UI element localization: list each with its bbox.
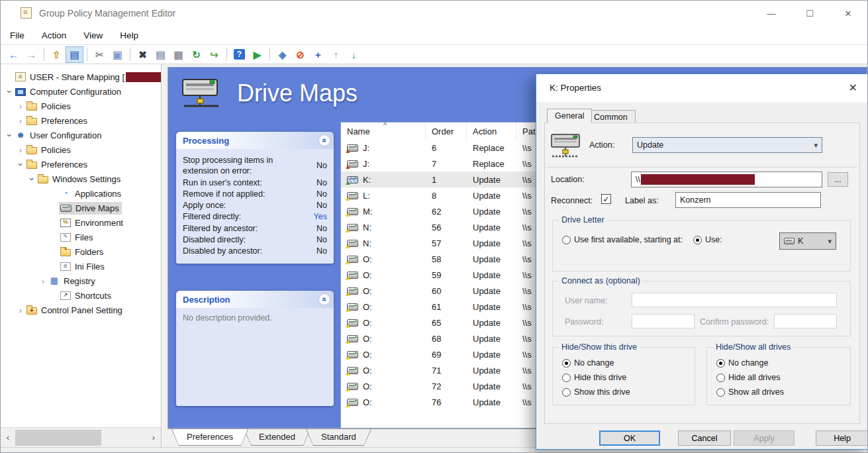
drive-letter-select[interactable]: K ▾ <box>779 232 836 250</box>
radio-show-this-drive[interactable]: Show this drive <box>562 387 630 397</box>
radio-use-first-available-starting-at[interactable]: Use first available, starting at: <box>562 235 683 244</box>
dialog-tab-general[interactable]: General <box>547 109 592 123</box>
tab-standard[interactable]: Standard <box>306 429 371 446</box>
policy-settings-button[interactable]: ◈ <box>273 46 291 63</box>
block-button[interactable]: ⊘ <box>291 46 309 63</box>
radio-use[interactable]: Use: <box>693 235 722 244</box>
action-select[interactable]: Update ▾ <box>632 137 822 153</box>
user-name-input[interactable] <box>632 293 837 307</box>
processing-value: No <box>309 224 327 233</box>
expander-icon[interactable]: › <box>5 87 14 96</box>
dialog-tab-common[interactable]: Common <box>586 110 636 123</box>
radio-show-all-drives[interactable]: Show all drives <box>716 387 784 397</box>
tree-item-shortcuts[interactable]: Shortcuts <box>59 289 114 302</box>
expander-icon[interactable]: › <box>5 130 14 140</box>
tree-item-computer-configuration[interactable]: Computer Configuration <box>14 85 124 98</box>
cut-button[interactable]: ✂ <box>91 46 109 63</box>
add-button[interactable]: + <box>309 46 327 63</box>
tree-item-preferences[interactable]: Preferences <box>25 115 90 127</box>
tree-row: Ini Files <box>1 259 161 274</box>
expander-icon[interactable]: › <box>16 117 25 125</box>
expander-icon[interactable]: › <box>16 102 25 111</box>
radio-hide-all-drives[interactable]: Hide all drives <box>716 373 781 382</box>
show-window-button[interactable]: ▶ <box>248 46 266 63</box>
expander-icon[interactable]: › <box>28 174 36 183</box>
refresh-button[interactable]: ↻ <box>187 46 205 63</box>
tab-preferences[interactable]: Preferences <box>171 429 248 446</box>
column-header-order[interactable]: Order <box>426 123 467 140</box>
expander-icon[interactable]: › <box>16 146 25 154</box>
tree-item-policies[interactable]: Policies <box>25 100 73 113</box>
folder-icon <box>26 118 37 125</box>
radio-no-change[interactable]: No change <box>716 358 768 368</box>
up-one-level-button[interactable]: ⇧ <box>48 46 66 63</box>
tree-item-environment[interactable]: Environment <box>59 217 126 229</box>
menu-help[interactable]: Help <box>120 30 138 40</box>
column-header-action[interactable]: Action <box>467 123 516 140</box>
collapse-chevron-icon[interactable]: « <box>318 293 330 305</box>
tab-extended[interactable]: Extended <box>244 429 311 446</box>
menu-view[interactable]: View <box>83 30 103 40</box>
status-triangle-icon: ▲ <box>345 307 351 312</box>
tree-item-drive-maps[interactable]: Drive Maps <box>59 202 122 215</box>
status-triangle-icon: ▲ <box>345 260 351 264</box>
tree-item-ini-files[interactable]: Ini Files <box>59 260 107 273</box>
titlebar: Group Policy Management Editor —☐✕ <box>1 1 867 26</box>
menu-action[interactable]: Action <box>42 30 67 40</box>
tree-item-windows-settings[interactable]: Windows Settings <box>36 173 123 185</box>
drive-icon: ▲ <box>347 335 358 342</box>
cancel-button[interactable]: Cancel <box>678 430 731 446</box>
tree-item-registry[interactable]: Registry <box>48 275 98 287</box>
radio-hide-this-drive[interactable]: Hide this drive <box>562 373 626 382</box>
tree-item-control-panel-setting[interactable]: Control Panel Setting <box>25 304 125 317</box>
action-cell: Replace <box>467 143 516 153</box>
titlebar-maximize-button[interactable]: ☐ <box>791 1 829 26</box>
ok-button[interactable]: OK <box>599 430 660 446</box>
browse-button[interactable]: ... <box>828 172 848 187</box>
titlebar-close-button[interactable]: ✕ <box>829 1 867 26</box>
column-header-name[interactable]: Name^ <box>341 123 426 140</box>
tree-item-files[interactable]: Files <box>59 231 95 244</box>
menu-file[interactable]: File <box>10 30 24 40</box>
location-input[interactable]: \\ <box>631 172 822 187</box>
tree-item-user-share-mapping[interactable]: USER - Share Mapping [2 <box>14 71 161 83</box>
radio-label: Show this drive <box>574 387 630 397</box>
expander-icon[interactable]: › <box>16 306 25 315</box>
confirm-password-input[interactable] <box>774 314 837 328</box>
expander-icon[interactable]: › <box>17 160 25 169</box>
tree-item-folders[interactable]: Folders <box>59 246 106 258</box>
move-down-button[interactable]: ↓ <box>345 46 363 63</box>
gpo-scroll-icon <box>21 7 32 19</box>
drive-name: O: <box>363 302 372 312</box>
tree-item-policies[interactable]: Policies <box>25 144 73 156</box>
processing-row: Run in user's context:No <box>183 177 327 188</box>
expander-icon[interactable]: › <box>38 277 48 285</box>
scroll-left-arrow-icon[interactable]: ‹ <box>1 432 15 442</box>
scroll-right-arrow-icon[interactable]: › <box>146 432 161 442</box>
dialog-close-icon[interactable]: ✕ <box>849 81 857 94</box>
delete-button[interactable]: ✖ <box>134 46 152 63</box>
copy-button[interactable]: ▣ <box>109 46 126 63</box>
help-button[interactable]: ? <box>230 46 248 63</box>
titlebar-minimize-button[interactable]: — <box>752 1 791 26</box>
reconnect-checkbox[interactable]: ✓ <box>601 194 611 204</box>
back-button[interactable]: ← <box>5 46 23 63</box>
label-as-input[interactable]: Konzern <box>675 192 821 208</box>
processing-value: No <box>309 201 327 210</box>
tree-item-user-configuration[interactable]: User Configuration <box>14 129 104 142</box>
forward-button[interactable]: → <box>23 46 40 63</box>
properties-button[interactable]: ▤ <box>152 46 169 63</box>
radio-no-change[interactable]: No change <box>562 358 614 368</box>
export-list-button[interactable]: ↪ <box>205 46 223 63</box>
print-button[interactable]: ▦ <box>169 46 187 63</box>
password-input[interactable] <box>632 314 695 328</box>
show-console-tree-button[interactable]: ▤ <box>66 46 83 63</box>
tree-item-applications[interactable]: Applications <box>59 187 124 200</box>
tree-horizontal-scrollbar[interactable]: ‹ › <box>1 427 161 447</box>
tree-item-preferences[interactable]: Preferences <box>25 158 90 171</box>
move-up-button[interactable]: ↑ <box>327 46 345 63</box>
scrollbar-thumb[interactable] <box>15 430 101 446</box>
collapse-chevron-icon[interactable]: « <box>318 134 330 146</box>
radio-label: Show all drives <box>728 387 784 397</box>
help-button[interactable]: Help <box>816 430 868 446</box>
